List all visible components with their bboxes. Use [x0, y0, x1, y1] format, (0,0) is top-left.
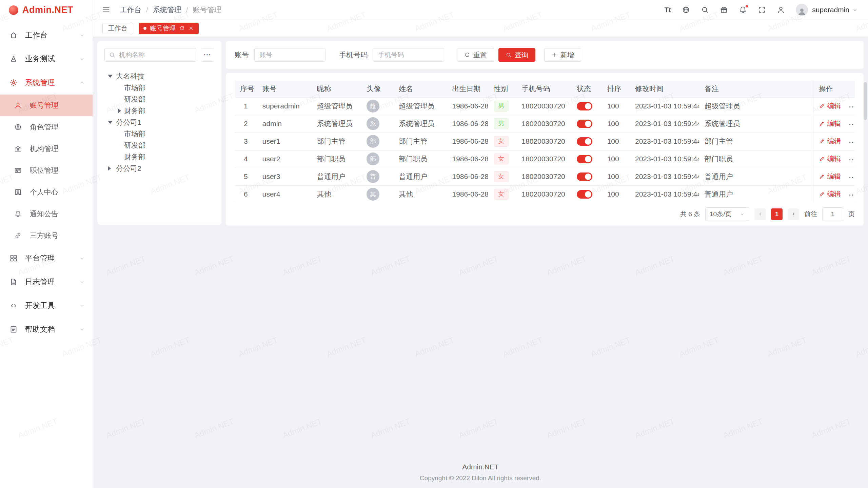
menu-collapse-icon[interactable]	[102, 5, 111, 14]
breadcrumb-item[interactable]: 工作台	[120, 5, 141, 15]
breadcrumb-item-current: 账号管理	[193, 5, 221, 15]
sidebar-item-label: 业务测试	[25, 54, 79, 64]
edit-button[interactable]: 编辑	[819, 119, 841, 128]
edit-button-label: 编辑	[827, 137, 841, 146]
chevron-down-icon	[79, 56, 85, 62]
row-more-button[interactable]: ···	[849, 121, 855, 128]
fullscreen-icon[interactable]	[758, 6, 766, 14]
tab-account-management[interactable]: 账号管理	[139, 23, 199, 34]
user-avatar[interactable]	[796, 4, 808, 16]
font-size-icon[interactable]: Tt	[664, 6, 671, 14]
row-more-button[interactable]: ···	[849, 174, 855, 181]
refresh-icon	[464, 52, 470, 58]
edit-button[interactable]: 编辑	[819, 172, 841, 181]
cell-nickname: 其他	[312, 185, 361, 203]
goto-page-input[interactable]	[822, 207, 843, 221]
edit-button[interactable]: 编辑	[819, 137, 841, 146]
search-icon[interactable]	[701, 6, 709, 14]
sidebar-item-label: 个人中心	[30, 187, 58, 197]
tree-more-button[interactable]: ···	[201, 48, 214, 62]
notification-badge-dot	[745, 4, 749, 8]
tree-node-label: 市场部	[124, 129, 145, 139]
tree-node-branch2[interactable]: 分公司2	[104, 163, 214, 174]
username[interactable]: superadmin	[812, 6, 849, 14]
tree-node-dept[interactable]: 市场部	[104, 82, 214, 94]
notification-bell-icon[interactable]	[739, 6, 747, 14]
user-profile-icon[interactable]	[777, 6, 785, 14]
sidebar-item-help-docs[interactable]: 帮助文档	[0, 318, 93, 341]
sidebar-item-position-management[interactable]: 职位管理	[0, 160, 93, 181]
status-toggle[interactable]	[577, 120, 592, 128]
sidebar-item-platform-management[interactable]: 平台管理	[0, 246, 93, 270]
sidebar-item-third-party-account[interactable]: 三方账号	[0, 225, 93, 246]
tab-refresh-icon[interactable]	[179, 25, 185, 31]
goto-label: 前往	[804, 210, 817, 219]
tab-close-icon[interactable]	[188, 25, 194, 31]
tab-workbench[interactable]: 工作台	[102, 23, 133, 34]
sidebar-item-business-test[interactable]: 业务测试	[0, 47, 93, 71]
language-globe-icon[interactable]	[682, 6, 690, 14]
search-button[interactable]: 查询	[498, 48, 535, 62]
next-page-button[interactable]	[788, 208, 799, 220]
org-search-input[interactable]	[119, 51, 192, 59]
caret-right-icon[interactable]	[118, 108, 121, 113]
tree-node-label: 分公司1	[116, 118, 141, 127]
column-header: 性别	[488, 81, 516, 97]
footer-copyright: Copyright © 2022 Dilon All rights reserv…	[93, 474, 868, 482]
add-button[interactable]: 新增	[544, 48, 581, 62]
page-scrollbar-thumb[interactable]	[864, 82, 867, 120]
tree-node-dept[interactable]: 研发部	[104, 94, 214, 105]
sidebar-item-dev-tools[interactable]: 开发工具	[0, 294, 93, 318]
edit-button[interactable]: 编辑	[819, 101, 841, 110]
caret-down-icon[interactable]	[108, 121, 113, 124]
edit-button[interactable]: 编辑	[819, 189, 841, 199]
cell-modified-time: 2023-01-03 10:59:44	[630, 97, 699, 115]
cell-status	[571, 168, 602, 185]
id-card-icon	[14, 167, 22, 174]
reset-button[interactable]: 重置	[457, 48, 494, 62]
sidebar-item-log-management[interactable]: 日志管理	[0, 270, 93, 294]
caret-down-icon[interactable]	[108, 75, 113, 78]
prev-page-button[interactable]	[754, 208, 766, 220]
cell-remark: 超级管理员	[699, 97, 813, 115]
status-toggle[interactable]	[577, 137, 592, 146]
status-toggle[interactable]	[577, 190, 592, 199]
tree-node-dept[interactable]: 财务部	[104, 151, 214, 163]
sidebar-item-role-management[interactable]: 角色管理	[0, 116, 93, 138]
cell-gender: 女	[488, 150, 516, 168]
tree-node-branch1[interactable]: 分公司1	[104, 117, 214, 128]
row-more-button[interactable]: ···	[849, 191, 855, 199]
row-more-button[interactable]: ···	[849, 156, 855, 163]
sidebar-item-account-management[interactable]: 账号管理	[0, 95, 93, 116]
sidebar-item-notice-announcement[interactable]: 通知公告	[0, 203, 93, 225]
tree-node-dept[interactable]: 市场部	[104, 128, 214, 140]
book-icon	[9, 325, 18, 333]
cell-phone: 18020030720	[516, 185, 571, 203]
sidebar-item-workbench[interactable]: 工作台	[0, 23, 93, 47]
row-more-button[interactable]: ···	[849, 103, 855, 110]
status-toggle[interactable]	[577, 155, 592, 163]
cell-actions: 编辑 ···	[813, 150, 855, 168]
sidebar-item-system-management[interactable]: 系统管理	[0, 71, 93, 95]
app-logo: Admin.NET	[0, 0, 93, 20]
tree-node-company[interactable]: 大名科技	[104, 70, 214, 82]
caret-right-icon[interactable]	[108, 166, 111, 171]
status-toggle[interactable]	[577, 172, 592, 181]
row-more-button[interactable]: ···	[849, 139, 855, 146]
breadcrumb-item[interactable]: 系统管理	[153, 5, 181, 15]
footer-title: Admin.NET	[93, 463, 868, 471]
sidebar-item-org-management[interactable]: 机构管理	[0, 138, 93, 160]
sidebar-item-personal-center[interactable]: 个人中心	[0, 181, 93, 203]
gift-icon[interactable]	[720, 6, 728, 14]
tree-node-dept[interactable]: 研发部	[104, 140, 214, 151]
breadcrumb-separator: /	[186, 6, 188, 14]
status-toggle[interactable]	[577, 102, 592, 110]
phone-filter-input[interactable]	[373, 48, 444, 62]
tree-node-dept[interactable]: 财务部	[104, 105, 214, 117]
page-size-select[interactable]: 10条/页	[705, 207, 749, 221]
table-row: 2 admin 系统管理员 系 系统管理员 1986-06-28 男 18020…	[235, 115, 855, 133]
page-number-button[interactable]: 1	[771, 208, 783, 220]
edit-button[interactable]: 编辑	[819, 154, 841, 163]
user-menu-chevron-icon[interactable]	[852, 7, 858, 13]
account-filter-input[interactable]	[254, 48, 326, 62]
